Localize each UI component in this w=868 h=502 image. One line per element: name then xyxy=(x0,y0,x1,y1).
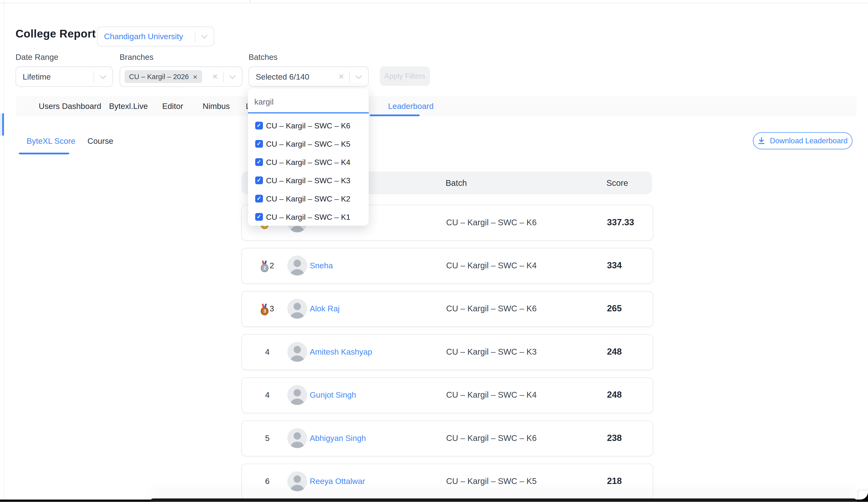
score-cell: 238 xyxy=(607,421,622,456)
checkbox-checked-icon[interactable]: ✓ xyxy=(255,122,263,129)
branch-chip[interactable]: CU – Kargil – 2026 ✕ xyxy=(125,70,202,83)
rank-number: 3 xyxy=(269,304,274,313)
main-tab-bar: Users DashboardBytexl.LiveEditorNimbusLa… xyxy=(16,96,856,116)
score-cell: 334 xyxy=(607,248,622,283)
date-range-label: Date Range xyxy=(16,53,58,62)
tab-editor[interactable]: Editor xyxy=(162,96,183,116)
batch-cell: CU – Kargil – SWC – K6 xyxy=(446,292,537,326)
download-leaderboard-label: Download Leaderboard xyxy=(770,137,848,145)
download-icon xyxy=(757,137,765,145)
batch-option[interactable]: ✓CU – Kargil – SWC – K5 xyxy=(248,135,369,153)
subtab-course[interactable]: Course xyxy=(87,136,114,145)
rank-cell: 33 xyxy=(255,292,280,326)
checkbox-checked-icon[interactable]: ✓ xyxy=(255,177,263,184)
checkbox-checked-icon[interactable]: ✓ xyxy=(255,140,263,148)
rank-number: 2 xyxy=(269,261,274,270)
score-cell: 248 xyxy=(607,378,622,412)
rank-number: 4 xyxy=(265,348,270,357)
score-cell: 218 xyxy=(607,464,622,499)
avatar xyxy=(287,428,307,448)
batch-option-label: CU – Kargil – SWC – K1 xyxy=(266,212,351,221)
score-cell: 265 xyxy=(607,292,622,326)
student-name-link[interactable]: Abhigyan Singh xyxy=(310,421,366,456)
window-corner xyxy=(858,490,868,500)
student-name-link[interactable]: Gunjot Singh xyxy=(310,378,356,412)
batch-option-label: CU – Kargil – SWC – K6 xyxy=(266,121,351,130)
tab-users-dashboard[interactable]: Users Dashboard xyxy=(39,96,101,116)
apply-filters-button[interactable]: Apply Filters xyxy=(380,66,430,86)
page-title: College Report | xyxy=(16,28,102,40)
rank-cell: 4 xyxy=(255,378,280,412)
batches-select[interactable]: Selected 6/140 ✕ xyxy=(248,66,369,87)
bronze-medal-icon: 3 xyxy=(261,304,268,314)
branches-select[interactable]: CU – Kargil – 2026 ✕ ✕ xyxy=(120,66,242,87)
leaderboard-row: 33Alok RajCU – Kargil – SWC – K6265 xyxy=(241,291,653,326)
rank-cell: 5 xyxy=(255,421,280,456)
batch-search-input[interactable] xyxy=(253,94,364,109)
batch-option-label: CU – Kargil – SWC – K3 xyxy=(266,176,351,185)
avatar-person-icon xyxy=(287,342,307,362)
avatar-person-icon xyxy=(287,385,307,405)
batch-cell: CU – Kargil – SWC – K6 xyxy=(446,205,537,240)
select-divider xyxy=(223,71,224,82)
batch-option[interactable]: ✓CU – Kargil – SWC – K4 xyxy=(248,153,369,171)
silver-medal-icon: 2 xyxy=(261,260,268,271)
batch-option[interactable]: ✓CU – Kargil – SWC – K3 xyxy=(248,171,369,189)
search-underline xyxy=(248,112,369,114)
leaderboard-row: 5Abhigyan SinghCU – Kargil – SWC – K6238 xyxy=(241,420,653,456)
rank-cell: 6 xyxy=(255,464,280,499)
university-select[interactable]: Chandigarh University xyxy=(97,26,214,46)
checkbox-checked-icon[interactable]: ✓ xyxy=(255,158,263,166)
batch-option[interactable]: ✓CU – Kargil – SWC – K2 xyxy=(248,189,369,208)
rank-number: 4 xyxy=(265,391,270,400)
branch-chip-label: CU – Kargil – 2026 xyxy=(129,72,189,81)
batches-select-value: Selected 6/140 xyxy=(256,72,336,81)
subtab-bytexl-score[interactable]: ByteXL Score xyxy=(27,136,75,145)
avatar-person-icon xyxy=(287,471,307,491)
avatar-person-icon xyxy=(287,299,307,319)
student-name-link[interactable]: Amitesh Kashyap xyxy=(310,335,372,369)
batch-cell: CU – Kargil – SWC – K4 xyxy=(446,248,537,283)
clear-icon[interactable]: ✕ xyxy=(212,72,218,81)
avatar-person-icon xyxy=(287,428,307,448)
batch-option-label: CU – Kargil – SWC – K2 xyxy=(266,194,351,203)
column-header-score: Score xyxy=(607,171,628,194)
avatar xyxy=(287,299,307,319)
leaderboard-row: 4Gunjot SinghCU – Kargil – SWC – K4248 xyxy=(241,377,653,413)
tab-leaderboard[interactable]: Leaderboard xyxy=(388,96,434,116)
select-divider xyxy=(195,31,195,42)
leaderboard-row: 6Reeya OttalwarCU – Kargil – SWC – K5218 xyxy=(241,463,653,499)
branches-label: Branches xyxy=(120,53,154,62)
chevron-down-icon xyxy=(355,73,362,79)
column-header-batch: Batch xyxy=(446,171,467,194)
rank-cell: 22 xyxy=(255,248,280,283)
chevron-down-icon xyxy=(229,73,236,79)
avatar-person-icon xyxy=(287,256,307,276)
tab-nimbus[interactable]: Nimbus xyxy=(203,96,230,116)
tab-bytexl-live[interactable]: Bytexl.Live xyxy=(109,96,148,116)
checkbox-checked-icon[interactable]: ✓ xyxy=(255,213,263,220)
batch-option[interactable]: ✓CU – Kargil – SWC – K1 xyxy=(248,208,369,226)
student-name-link[interactable]: Sneha xyxy=(310,248,333,283)
college-report-page: College Report | Chandigarh University D… xyxy=(0,0,868,502)
student-name-link[interactable]: Reeya Ottalwar xyxy=(310,464,365,499)
batch-option-label: CU – Kargil – SWC – K4 xyxy=(266,158,351,167)
batches-label: Batches xyxy=(248,53,278,62)
avatar xyxy=(287,342,307,362)
leaderboard-row: 22SnehaCU – Kargil – SWC – K4334 xyxy=(241,248,653,283)
top-divider-line xyxy=(0,3,868,3)
checkbox-checked-icon[interactable]: ✓ xyxy=(255,195,263,202)
avatar xyxy=(287,256,307,276)
sidebar-active-bar xyxy=(2,114,3,136)
batch-cell: CU – Kargil – SWC – K3 xyxy=(446,335,537,369)
batch-option[interactable]: ✓CU – Kargil – SWC – K6 xyxy=(248,116,369,135)
chip-remove-icon[interactable]: ✕ xyxy=(193,73,197,80)
select-divider xyxy=(94,71,94,82)
date-range-select[interactable]: Lifetime xyxy=(16,66,113,87)
leaderboard-row: 4Amitesh KashyapCU – Kargil – SWC – K324… xyxy=(241,334,653,370)
student-name-link[interactable]: Alok Raj xyxy=(310,292,340,326)
download-leaderboard-button[interactable]: Download Leaderboard xyxy=(753,132,852,149)
university-select-value: Chandigarh University xyxy=(104,32,195,41)
clear-icon[interactable]: ✕ xyxy=(338,72,344,81)
score-cell: 248 xyxy=(607,335,622,369)
